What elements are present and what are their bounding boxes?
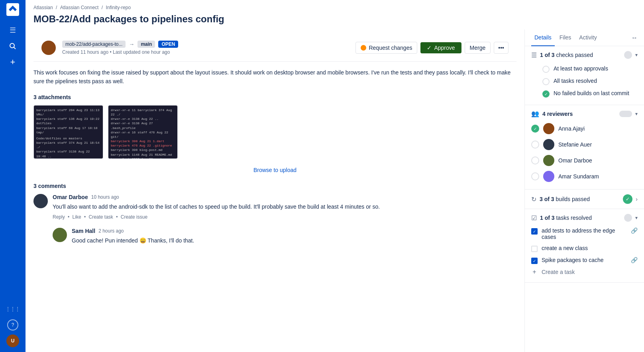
reviewers-chevron-icon[interactable]: ▾: [635, 111, 638, 117]
builds-check-icon: ✓: [623, 194, 632, 204]
tasks-chevron-icon[interactable]: ▾: [635, 215, 638, 221]
reviewer-stefanie: Stefanie Auer: [531, 137, 638, 153]
tasks-list: ✓ add tests to address the edge cases 🔗 …: [531, 225, 638, 278]
target-branch-badge: main: [137, 41, 155, 48]
content-wrapper: mob-22/add-packages-to... → main OPEN Cr…: [26, 29, 644, 352]
builds-arrow-icon[interactable]: ›: [636, 196, 638, 202]
check-builds-text: No failed builds on last commit: [554, 90, 629, 96]
breadcrumb-atlassian[interactable]: Atlassian: [33, 5, 53, 10]
left-navigation: ☰ + ⋮⋮⋮ ? U: [0, 0, 26, 352]
comment-2-time: 2 hours ago: [98, 228, 124, 234]
help-icon[interactable]: ?: [7, 319, 18, 330]
tasks-header: ☑ 1 of 3 tasks resolved ▾: [531, 214, 638, 222]
breadcrumb-connect[interactable]: Atlassian Connect: [60, 5, 99, 10]
comment-2: Sam Hall 2 hours ago Good cache! Pun int…: [33, 228, 516, 248]
reviewer-anna-check: ✓: [531, 125, 539, 133]
comments-title: 3 comments: [33, 183, 516, 189]
tasks-checkbox-icon: ☑: [531, 214, 537, 222]
right-panel: Details Files Activity ↔ ☰ 1 of 3 checks…: [524, 29, 644, 352]
tasks-status-indicator: [624, 214, 632, 222]
task-3-checkbox[interactable]: ✓: [531, 258, 538, 264]
comment-1-create-task[interactable]: Create task: [88, 214, 113, 220]
search-icon[interactable]: [6, 39, 20, 53]
pr-dates: Created 11 hours ago • Last updated one …: [62, 49, 178, 55]
app-logo[interactable]: [6, 3, 19, 16]
check-builds-circle: ✓: [542, 90, 550, 98]
reviewer-amar-avatar: [543, 171, 554, 182]
user-avatar-nav[interactable]: U: [6, 334, 19, 347]
task-2-checkbox[interactable]: [531, 246, 538, 252]
comments-section: 3 comments Omar Darboe 10 hours ago You'…: [33, 183, 516, 248]
tab-files[interactable]: Files: [556, 29, 575, 46]
more-button[interactable]: •••: [494, 42, 509, 54]
comment-1-body: Omar Darboe 10 hours ago You'll also wan…: [53, 194, 516, 220]
pr-meta-bar: mob-22/add-packages-to... → main OPEN Cr…: [33, 37, 516, 62]
checks-header: ☰ 1 of 3 checks passed ▾: [531, 51, 638, 59]
menu-icon[interactable]: ☰: [6, 23, 20, 37]
task-1-checkbox[interactable]: ✓: [531, 228, 538, 235]
approve-button[interactable]: ✓ Approve: [420, 42, 461, 53]
task-2-text: create a new class: [542, 245, 638, 251]
pr-status-badge: OPEN: [158, 41, 178, 48]
create-task-label: Create a task: [542, 269, 575, 275]
comment-1-create-issue[interactable]: Create issue: [121, 214, 147, 220]
task-2: create a new class: [531, 242, 638, 254]
attachment-1[interactable]: barryclark staff 204 Aug 23 11:13 VMs/ b…: [33, 105, 103, 159]
browse-upload[interactable]: Browse to upload: [33, 167, 516, 173]
tab-activity[interactable]: Activity: [576, 29, 600, 46]
action-buttons: Request changes ✓ Approve Merge •••: [355, 42, 509, 54]
check-approvals-text: At least two approvals: [554, 65, 608, 72]
main-area: Atlassian / Atlassian Connect / Infinity…: [26, 0, 644, 352]
check-approvals-circle: [542, 66, 550, 73]
comment-1-reply[interactable]: Reply: [53, 214, 65, 220]
task-3-link-icon[interactable]: 🔗: [631, 257, 638, 263]
comment-2-author: Sam Hall: [72, 228, 95, 234]
reviewer-omar-avatar: [543, 155, 554, 166]
merge-button[interactable]: Merge: [465, 42, 491, 54]
comment-2-avatar: [53, 228, 67, 242]
page-title: MOB-22/Add packages to pipelines config: [26, 12, 644, 29]
comment-1-avatar: [33, 194, 48, 208]
reviewer-anna-name: Anna Ajayi: [558, 125, 585, 132]
reviewer-stefanie-name: Stefanie Auer: [558, 141, 592, 148]
task-1: ✓ add tests to address the edge cases 🔗: [531, 225, 638, 242]
task-1-text: add tests to address the edge cases: [542, 227, 627, 240]
comment-1-actions: Reply • Like • Create task • Create issu…: [53, 214, 516, 220]
task-3-text: Spike packages to cache: [542, 257, 627, 263]
checks-section: ☰ 1 of 3 checks passed ▾ At least two ap…: [525, 46, 644, 105]
create-task-button[interactable]: + Create a task: [531, 266, 638, 278]
svg-line-1: [14, 47, 16, 49]
reviewers-section: 👥 4 reviewers ▾ ✓ Anna Ajayi: [525, 105, 644, 190]
checks-chevron-icon[interactable]: ▾: [635, 52, 638, 58]
reviewer-amar-check: [531, 172, 539, 180]
comment-2-text: Good cache! Pun intended 😄 Thanks, I'll …: [72, 237, 516, 245]
request-changes-dot: [361, 45, 366, 51]
check-tasks-circle: [542, 78, 550, 85]
builds-section: ↻ 3 of 3 builds passed ✓ ›: [525, 190, 644, 209]
reviewer-anna-avatar: [543, 123, 554, 134]
reviewer-stefanie-avatar: [543, 139, 554, 150]
breadcrumb-repo[interactable]: Infinity-repo: [106, 5, 131, 10]
comment-1: Omar Darboe 10 hours ago You'll also wan…: [33, 194, 516, 220]
apps-icon[interactable]: ⋮⋮⋮: [6, 302, 20, 316]
request-changes-button[interactable]: Request changes: [355, 42, 417, 54]
reviewer-omar: Omar Darboe: [531, 153, 638, 168]
tasks-label: 1 of 3 tasks resolved: [540, 215, 621, 221]
branch-arrow-icon: →: [129, 41, 134, 47]
attachments-section: 3 attachments barryclark staff 204 Aug 2…: [33, 94, 516, 159]
pr-description: This work focuses on fixing the issue ra…: [33, 68, 516, 86]
builds-label: 3 of 3 builds passed: [540, 196, 620, 202]
panel-expand-icon[interactable]: ↔: [631, 34, 638, 41]
task-1-link-icon[interactable]: 🔗: [631, 227, 638, 234]
check-item-tasks: All tasks resolved: [542, 75, 638, 88]
attachment-2[interactable]: drwxr-xr-e 11 barryclark 374 Aug 22 ./ d…: [108, 105, 178, 159]
breadcrumb-sep2: /: [102, 5, 104, 10]
add-task-plus-icon: +: [531, 269, 538, 275]
svg-point-0: [10, 43, 14, 48]
tab-details[interactable]: Details: [531, 29, 555, 46]
branch-row: mob-22/add-packages-to... → main OPEN: [62, 41, 178, 48]
reviewers-toggle[interactable]: [619, 111, 632, 117]
create-icon[interactable]: +: [6, 55, 20, 69]
comment-1-like[interactable]: Like: [73, 214, 81, 220]
source-branch-badge: mob-22/add-packages-to...: [62, 41, 126, 48]
